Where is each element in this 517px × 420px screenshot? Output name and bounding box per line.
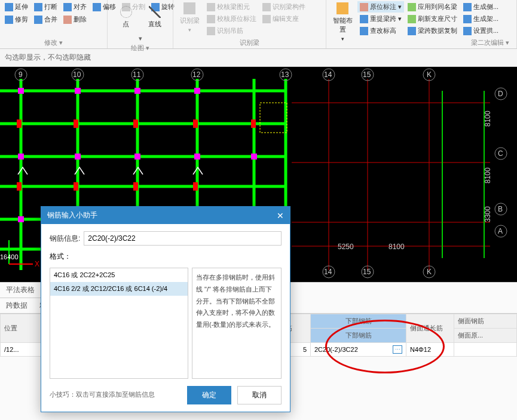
break-button[interactable]: 打断 bbox=[32, 1, 60, 13]
svg-rect-15 bbox=[194, 88, 200, 94]
method-table-label[interactable]: 平法表格 bbox=[0, 283, 41, 298]
svg-text:B: B bbox=[498, 205, 503, 213]
merge-button[interactable]: 合并 bbox=[32, 14, 60, 25]
svg-rect-32 bbox=[133, 182, 138, 191]
refresh-size-button[interactable]: 刷新支座尺寸 bbox=[405, 13, 460, 24]
svg-rect-82 bbox=[260, 103, 287, 133]
svg-text:12: 12 bbox=[192, 70, 201, 79]
svg-text:A: A bbox=[498, 227, 503, 235]
gen-side-button[interactable]: 生成侧... bbox=[461, 1, 501, 13]
col-position: 位置 bbox=[1, 314, 42, 343]
svg-text:14: 14 bbox=[324, 70, 332, 79]
svg-text:8100: 8100 bbox=[388, 243, 405, 251]
delete-button[interactable]: 删除 bbox=[61, 14, 89, 25]
cell-expand-button[interactable]: ⋯ bbox=[393, 345, 402, 354]
svg-text:D: D bbox=[498, 90, 503, 98]
svg-rect-12 bbox=[18, 88, 24, 94]
format-item[interactable]: 4C16 或 2C22+2C25 bbox=[50, 268, 188, 282]
identify-member-button[interactable]: 识别梁构件 bbox=[260, 1, 308, 13]
redo-span-button[interactable]: 重提梁跨 ▾ bbox=[357, 13, 404, 24]
dialog-titlebar[interactable]: 钢筋输入小助手 ✕ bbox=[41, 207, 290, 224]
span-data-tab[interactable]: 跨数据 bbox=[0, 298, 33, 313]
close-icon[interactable]: ✕ bbox=[277, 211, 284, 220]
rebar-info-input[interactable] bbox=[84, 231, 282, 246]
point-button[interactable]: 点 bbox=[114, 5, 138, 30]
draw-more-dropdown[interactable]: ▾ bbox=[136, 35, 145, 42]
apply-same-button[interactable]: 应用到同名梁 bbox=[405, 1, 460, 13]
rebar-helper-dialog: 钢筋输入小助手 ✕ 钢筋信息: 格式： 4C16 或 2C22+2C25 4C1… bbox=[41, 206, 290, 412]
col-side-rebar: 侧面钢筋 bbox=[454, 314, 517, 329]
svg-text:5250: 5250 bbox=[338, 243, 354, 251]
svg-text:16400: 16400 bbox=[0, 253, 19, 260]
svg-rect-28 bbox=[193, 119, 198, 128]
cancel-button[interactable]: 取消 bbox=[237, 386, 282, 404]
align-button[interactable]: 对齐 bbox=[61, 1, 89, 13]
svg-text:C: C bbox=[498, 149, 503, 158]
svg-text:13: 13 bbox=[281, 70, 289, 79]
svg-text:8100: 8100 bbox=[484, 167, 492, 183]
svg-rect-13 bbox=[75, 88, 81, 94]
format-item[interactable]: 4C16 2/2 或 2C12/2C16 或 6C14 (-2)/4 bbox=[50, 282, 188, 296]
trim-button[interactable]: 修剪 bbox=[2, 14, 30, 25]
dialog-tip: 小技巧：双击可直接添加至钢筋信息 bbox=[50, 390, 155, 399]
svg-text:14: 14 bbox=[324, 268, 332, 276]
svg-text:K: K bbox=[427, 268, 432, 276]
svg-rect-14 bbox=[134, 88, 140, 94]
dialog-title-text: 钢筋输入小助手 bbox=[47, 210, 97, 220]
svg-text:8100: 8100 bbox=[484, 111, 492, 127]
second-edit-group-label[interactable]: 梁二次编辑 ▾ bbox=[329, 37, 514, 47]
svg-text:X: X bbox=[35, 260, 39, 268]
svg-rect-27 bbox=[133, 119, 138, 128]
svg-rect-33 bbox=[193, 182, 198, 191]
svg-rect-18 bbox=[134, 154, 140, 160]
draw-group-label[interactable]: 绘图 ▾ bbox=[110, 42, 170, 53]
col-bottom-rebar: 下部钢筋 bbox=[311, 329, 406, 343]
option-text: 勾选即显示，不勾选即隐藏 bbox=[5, 53, 91, 62]
check-origin-button[interactable]: 校核原位标注 bbox=[204, 13, 259, 24]
svg-rect-19 bbox=[194, 154, 200, 160]
svg-rect-30 bbox=[17, 182, 22, 191]
svg-text:15: 15 bbox=[363, 268, 371, 276]
modify-group-label[interactable]: 修改 ▾ bbox=[2, 37, 105, 47]
svg-text:15: 15 bbox=[363, 70, 371, 79]
col-side-orig: 侧面原... bbox=[454, 329, 517, 343]
option-bar: 勾选即显示，不勾选即隐藏 bbox=[0, 49, 517, 67]
copy-span-button[interactable]: 梁跨数据复制 bbox=[405, 25, 460, 36]
col-side-through: 侧面通长筋 bbox=[406, 314, 454, 343]
ribbon-toolbar: 延伸 打断 对齐 修剪 合并 删除 偏移 分割 旋转 修改 ▾ 点 直线 ▾ 绘… bbox=[0, 0, 517, 49]
edit-support-button[interactable]: 编辑支座 bbox=[260, 13, 308, 24]
col-group-bottom: 下部钢筋 bbox=[311, 314, 406, 329]
svg-text:11: 11 bbox=[133, 70, 141, 79]
rebar-info-label: 钢筋信息: bbox=[50, 234, 80, 244]
identify-group-label: 识别梁 bbox=[176, 37, 323, 47]
format-list[interactable]: 4C16 或 2C22+2C25 4C16 2/2 或 2C12/2C16 或 … bbox=[50, 268, 188, 379]
identify-hanger-button[interactable]: 识别吊筋 bbox=[204, 25, 259, 36]
ok-button[interactable]: 确定 bbox=[187, 386, 231, 404]
check-element-button[interactable]: 校核梁图元 bbox=[204, 1, 259, 13]
svg-text:K: K bbox=[427, 70, 432, 79]
svg-text:3300: 3300 bbox=[484, 206, 492, 222]
svg-rect-16 bbox=[18, 154, 24, 160]
bottom-rebar-cell[interactable]: 2C20(-2)/3C22 ⋯ bbox=[311, 343, 406, 357]
format-label: 格式： bbox=[50, 252, 71, 260]
svg-text:10: 10 bbox=[73, 70, 81, 79]
svg-rect-17 bbox=[75, 154, 81, 160]
extend-button[interactable]: 延伸 bbox=[2, 1, 30, 13]
svg-rect-21 bbox=[18, 216, 24, 222]
svg-text:9: 9 bbox=[19, 70, 23, 79]
format-description: 当存在多排钢筋时，使用斜线 "/" 将各排钢筋自上而下分开。当有下部钢筋不全部伸… bbox=[192, 268, 282, 379]
identify-beam-button[interactable]: 识别梁▾ bbox=[176, 1, 203, 37]
svg-rect-31 bbox=[74, 182, 78, 191]
line-button[interactable]: 直线 bbox=[143, 5, 167, 30]
svg-rect-25 bbox=[17, 119, 22, 128]
svg-rect-26 bbox=[74, 119, 78, 128]
gen-frame-button[interactable]: 生成架... bbox=[461, 13, 501, 24]
origin-mark-button[interactable]: 原位标注 ▾ bbox=[357, 1, 404, 13]
svg-rect-29 bbox=[251, 119, 256, 128]
recheck-mark-button[interactable]: 查改标高 bbox=[357, 25, 404, 36]
set-arch-button[interactable]: 设置拱... bbox=[461, 25, 501, 36]
svg-rect-20 bbox=[251, 154, 257, 160]
